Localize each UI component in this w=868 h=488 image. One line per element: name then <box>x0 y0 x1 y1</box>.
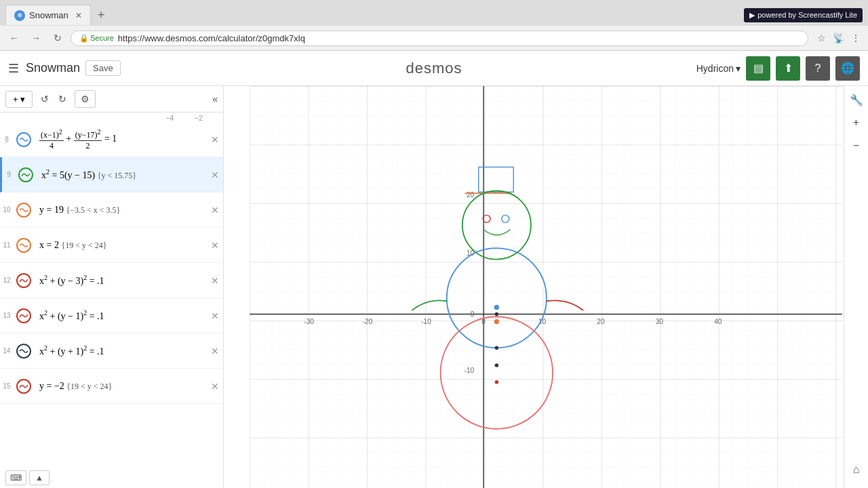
menu-btn[interactable]: ⋮ <box>849 30 863 45</box>
screencastify-text: powered by Screencastify Lite <box>757 11 857 19</box>
hamburger-btn[interactable]: ☰ <box>8 61 19 76</box>
user-name: Hydricon <box>696 63 734 74</box>
help-icon: ? <box>815 62 821 75</box>
tab-title: Snowman <box>29 10 68 20</box>
expr-num-8: 8 <box>0 136 14 143</box>
expr-icon-8 <box>14 131 34 148</box>
my-graphs-btn[interactable]: ▤ <box>746 56 770 81</box>
forward-btn[interactable]: → <box>27 29 45 47</box>
bottom-toolbar: ⌨ ▲ <box>0 468 55 488</box>
plus-icon: + <box>853 117 859 129</box>
expr-num-14: 14 <box>0 347 14 354</box>
graph-settings-btn[interactable]: ⚙ <box>75 90 96 108</box>
star-btn[interactable]: ☆ <box>815 30 828 45</box>
screencastify-icon: ▶ <box>749 11 755 20</box>
globe-icon: 🌐 <box>841 62 854 75</box>
expr-content-9: x2 = 5(y − 15) {y < 15.75} <box>36 165 207 184</box>
scroll-up-btn[interactable]: ▲ <box>29 470 50 485</box>
expression-row-10[interactable]: 10 y = 19 {−3.5 < x < 3.5} ✕ <box>0 192 223 228</box>
expr-num-15: 15 <box>0 382 14 390</box>
expr-icon-13 <box>14 308 34 324</box>
wrench-icon: 🔧 <box>850 94 863 106</box>
svg-text:30: 30 <box>656 318 664 325</box>
expression-row-11[interactable]: 11 x = 2 {19 < y < 24} ✕ <box>0 228 223 263</box>
svg-text:-30: -30 <box>304 318 314 325</box>
undo-btn[interactable]: ↺ <box>37 91 53 107</box>
redo-btn[interactable]: ↻ <box>54 91 71 107</box>
main-layout: + ▾ ↺ ↻ ⚙ « −4 −2 8 <box>0 86 868 488</box>
expr-content-13: x2 + (y − 1)2 = .1 <box>34 306 207 325</box>
expr-content-14: x2 + (y + 1)2 = .1 <box>34 342 207 360</box>
zoom-out-btn[interactable]: − <box>847 136 866 155</box>
frac-num-8: (x−1)2 4 <box>39 128 64 151</box>
screencastify-badge: ▶ powered by Screencastify Lite <box>744 8 863 22</box>
browser-chrome: ❄ Snowman ✕ + ▶ powered by Screencastify… <box>0 0 868 51</box>
svg-point-33 <box>495 346 499 350</box>
share-btn[interactable]: ⬆ <box>776 56 800 81</box>
user-btn[interactable]: Hydricon ▾ <box>696 63 741 74</box>
expressions-list[interactable]: 8 (x−1)2 4 + (y−17 <box>0 122 223 488</box>
save-btn[interactable]: Save <box>85 60 121 76</box>
refresh-btn[interactable]: ↻ <box>49 29 66 47</box>
delete-expr-15[interactable]: ✕ <box>207 381 223 392</box>
svg-point-32 <box>494 319 499 324</box>
delete-expr-10[interactable]: ✕ <box>207 205 223 216</box>
delete-expr-13[interactable]: ✕ <box>207 310 223 321</box>
add-expression-btn[interactable]: + ▾ <box>5 91 33 108</box>
delete-expr-11[interactable]: ✕ <box>207 240 223 251</box>
delete-expr-8[interactable]: ✕ <box>207 134 223 145</box>
scroll-val-2: −2 <box>194 114 203 122</box>
svg-text:0: 0 <box>471 310 475 318</box>
cast-btn[interactable]: 📡 <box>831 30 846 45</box>
secure-label: Secure <box>90 34 114 42</box>
expr-num-11: 11 <box>0 241 14 249</box>
expression-row-13[interactable]: 13 x2 + (y − 1)2 = .1 ✕ <box>0 298 223 333</box>
wrench-btn[interactable]: 🔧 <box>847 90 866 109</box>
tab-favicon: ❄ <box>14 10 25 21</box>
back-btn[interactable]: ← <box>5 29 23 47</box>
home-btn[interactable]: ⌂ <box>847 460 866 479</box>
expr-icon-9 <box>16 167 36 183</box>
url-text: https://www.desmos.com/calculator/z0gmdk… <box>118 33 305 43</box>
expression-row-14[interactable]: 14 x2 + (y + 1)2 = .1 ✕ <box>0 333 223 369</box>
expression-row-15[interactable]: 15 y = −2 {19 < y < 24} ✕ <box>0 369 223 404</box>
svg-text:-10: -10 <box>421 318 431 325</box>
expr-icon-15 <box>14 378 34 394</box>
keyboard-toggle-btn[interactable]: ⌨ <box>5 470 26 485</box>
address-input-wrapper[interactable]: 🔒 Secure https://www.desmos.com/calculat… <box>71 30 808 46</box>
collapse-panel-btn[interactable]: « <box>212 94 218 104</box>
svg-point-36 <box>495 312 499 317</box>
expression-row-12[interactable]: 12 x2 + (y − 3)2 = .1 ✕ <box>0 263 223 298</box>
svg-point-34 <box>495 363 499 367</box>
expr-content-15: y = −2 {19 < y < 24} <box>34 378 207 394</box>
graph-area[interactable]: -30 -20 -10 0 10 20 30 40 20 10 0 -10 <box>224 86 868 488</box>
expression-row-9[interactable]: 9 x2 = 5(y − 15) {y < 15.75} ✕ <box>0 157 223 192</box>
settings-globe-btn[interactable]: 🌐 <box>835 56 860 81</box>
graphs-icon: ▤ <box>753 62 764 75</box>
zoom-in-btn[interactable]: + <box>847 113 866 132</box>
tab-close-btn[interactable]: ✕ <box>75 11 82 20</box>
desmos-logo: desmos <box>406 60 462 77</box>
help-btn[interactable]: ? <box>806 56 830 81</box>
expr-content-11: x = 2 {19 < y < 24} <box>34 237 207 253</box>
svg-text:-20: -20 <box>363 318 373 325</box>
delete-expr-12[interactable]: ✕ <box>207 275 223 286</box>
svg-text:40: 40 <box>714 318 722 325</box>
svg-text:20: 20 <box>467 191 475 199</box>
desmos-app: ☰ Snowman Save desmos Hydricon ▾ ▤ ⬆ ? 🌐 <box>0 51 868 488</box>
expression-row-8[interactable]: 8 (x−1)2 4 + (y−17 <box>0 122 223 157</box>
svg-text:-10: -10 <box>465 367 475 374</box>
svg-text:20: 20 <box>597 318 605 325</box>
delete-expr-14[interactable]: ✕ <box>207 346 223 357</box>
address-bar: ← → ↻ 🔒 Secure https://www.desmos.com/ca… <box>0 26 868 50</box>
project-name: Snowman <box>26 61 80 75</box>
home-icon: ⌂ <box>853 464 860 476</box>
active-tab[interactable]: ❄ Snowman ✕ <box>5 5 91 25</box>
browser-icons: ☆ 📡 ⋮ <box>815 30 863 45</box>
undo-redo-group: ↺ ↻ <box>37 91 71 107</box>
minus-icon: − <box>853 140 859 152</box>
expr-content-10: y = 19 {−3.5 < x < 3.5} <box>34 202 207 218</box>
delete-expr-9[interactable]: ✕ <box>207 169 223 180</box>
new-tab-btn[interactable]: + <box>94 8 109 22</box>
frac-den-8: (y−17)2 2 <box>74 128 102 151</box>
